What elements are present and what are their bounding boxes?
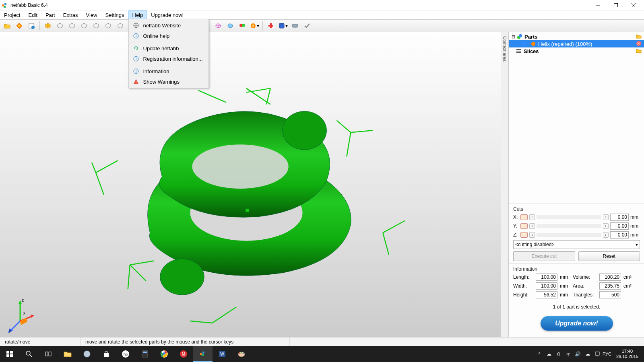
texture-icon[interactable]: ▾ xyxy=(249,21,260,31)
tray-printer-icon[interactable]: ⎙ xyxy=(555,350,562,358)
tree-slices[interactable]: Slices xyxy=(509,47,644,55)
tray-notifications-icon[interactable] xyxy=(594,350,601,358)
tree-item-helix[interactable]: Helix (repaired) (100%) xyxy=(509,40,644,47)
folder-icon[interactable] xyxy=(636,34,642,40)
tray-wifi-icon[interactable] xyxy=(565,350,572,358)
svg-text:y: y xyxy=(9,329,11,333)
reset-cut-button[interactable]: Reset xyxy=(578,251,640,261)
cut-mode-select[interactable]: <cutting disabled>▾ xyxy=(513,240,640,249)
cut-z-less[interactable]: ‹ xyxy=(529,232,535,238)
status-mode: rotate/move xyxy=(0,337,80,346)
help-information[interactable]: iInformation xyxy=(130,66,208,76)
help-warnings[interactable]: !Show Warnings xyxy=(130,76,208,87)
color-icon[interactable] xyxy=(237,21,248,31)
cut-y-slider[interactable] xyxy=(537,224,601,228)
cut-z-more[interactable]: › xyxy=(603,232,609,238)
menu-help[interactable]: Help netfabb Website iOnline help Update… xyxy=(128,10,147,19)
tray-cloud-icon[interactable]: ☁ xyxy=(545,350,553,358)
cut-swatch-z[interactable] xyxy=(520,232,528,238)
paint-icon[interactable] xyxy=(232,346,251,362)
parts-tree[interactable]: ⊟ Parts Helix (repaired) (100%) Slices xyxy=(509,32,644,204)
cut-swatch-x[interactable] xyxy=(520,214,528,220)
menu-part[interactable]: Part xyxy=(41,10,59,19)
repair-icon[interactable] xyxy=(265,21,277,31)
cut-z-value[interactable] xyxy=(610,231,629,239)
info-icon: i xyxy=(132,32,140,39)
minimize-button[interactable] xyxy=(589,0,607,10)
menu-settings[interactable]: Settings xyxy=(101,10,128,19)
view-right-icon[interactable] xyxy=(115,21,126,31)
view-iso-icon[interactable] xyxy=(42,21,54,31)
length-value[interactable] xyxy=(536,274,557,281)
project-info-icon[interactable]: i xyxy=(26,21,37,31)
menu-extras[interactable]: Extras xyxy=(59,10,82,19)
cut-y-value[interactable] xyxy=(610,222,629,230)
cut-x-more[interactable]: › xyxy=(603,214,609,220)
tray-language[interactable]: РУС xyxy=(603,350,611,358)
netfabb-task-icon[interactable] xyxy=(193,346,213,362)
view-back-icon[interactable] xyxy=(91,21,102,31)
close-button[interactable] xyxy=(625,0,642,10)
store-icon[interactable] xyxy=(97,346,116,362)
transparency-icon[interactable] xyxy=(225,21,236,31)
start-button[interactable] xyxy=(0,346,19,362)
calculator-icon[interactable] xyxy=(135,346,155,362)
help-online[interactable]: iOnline help xyxy=(130,31,208,41)
area-value[interactable] xyxy=(599,282,621,290)
width-value[interactable] xyxy=(536,282,557,290)
tray-onedrive-icon[interactable]: ☁ xyxy=(584,350,591,358)
app-icon[interactable] xyxy=(77,346,97,362)
task-view-icon[interactable] xyxy=(39,346,58,362)
svg-point-97 xyxy=(568,356,569,356)
svg-point-37 xyxy=(228,24,233,28)
help-registration[interactable]: iRegistration information... xyxy=(130,53,208,64)
view-left-icon[interactable] xyxy=(103,21,114,31)
svg-marker-12 xyxy=(134,47,136,49)
cut-z-slider[interactable] xyxy=(537,233,601,237)
cut-y-more[interactable]: › xyxy=(603,223,609,229)
cut-x-slider[interactable] xyxy=(537,215,601,219)
maximize-button[interactable] xyxy=(607,0,625,10)
menu-edit[interactable]: Edit xyxy=(24,10,41,19)
menu-view[interactable]: View xyxy=(82,10,101,19)
cut-x-less[interactable]: ‹ xyxy=(529,214,535,220)
help-website[interactable]: netfabb Website xyxy=(130,20,208,31)
triangles-value[interactable] xyxy=(599,291,621,298)
label-icon[interactable] xyxy=(289,21,301,31)
analyze-icon[interactable]: ▾ xyxy=(277,21,289,31)
tree-parts-root[interactable]: ⊟ Parts xyxy=(509,33,644,40)
explorer-icon[interactable] xyxy=(58,346,77,362)
view-bottom-icon[interactable] xyxy=(66,21,78,31)
cut-swatch-y[interactable] xyxy=(520,223,528,229)
taskbar-clock[interactable]: 17:40 26.10.2015 xyxy=(613,349,642,359)
search-icon[interactable] xyxy=(19,346,39,362)
wireframe-icon[interactable] xyxy=(213,21,224,31)
chrome-icon[interactable] xyxy=(155,346,174,362)
height-value[interactable] xyxy=(536,291,557,298)
volume-value[interactable] xyxy=(599,274,621,281)
title-bar: netfabb Basic 6.4 xyxy=(0,0,644,10)
platform-icon[interactable] xyxy=(14,21,25,31)
upgrade-now-button[interactable]: Upgrade now! xyxy=(541,316,613,331)
remove-icon[interactable] xyxy=(636,41,642,47)
help-update[interactable]: Update netfabb xyxy=(130,43,208,53)
execute-cut-button[interactable]: Execute cut xyxy=(513,251,575,261)
cut-y-less[interactable]: ‹ xyxy=(529,223,535,229)
tray-chevron-icon[interactable]: ＾ xyxy=(536,350,543,358)
folder-icon[interactable] xyxy=(636,48,642,54)
view-top-icon[interactable] xyxy=(54,21,66,31)
open-icon[interactable] xyxy=(2,21,13,31)
collapse-icon[interactable]: ⊟ xyxy=(511,34,516,39)
menu-upgrade[interactable]: Upgrade now! xyxy=(147,10,188,19)
cut-x-value[interactable] xyxy=(610,214,629,221)
app2-icon[interactable]: M xyxy=(174,346,193,362)
3d-viewport[interactable]: z x y xyxy=(0,32,501,337)
context-area-tab[interactable]: Context area xyxy=(501,32,509,337)
hp-icon[interactable]: hp xyxy=(116,346,135,362)
word-icon[interactable]: W xyxy=(213,346,232,362)
menu-project[interactable]: Project xyxy=(0,10,24,19)
view-front-icon[interactable] xyxy=(78,21,90,31)
apply-icon[interactable] xyxy=(301,21,313,31)
globe-icon xyxy=(132,22,140,29)
tray-volume-icon[interactable]: 🔊 xyxy=(574,350,582,358)
